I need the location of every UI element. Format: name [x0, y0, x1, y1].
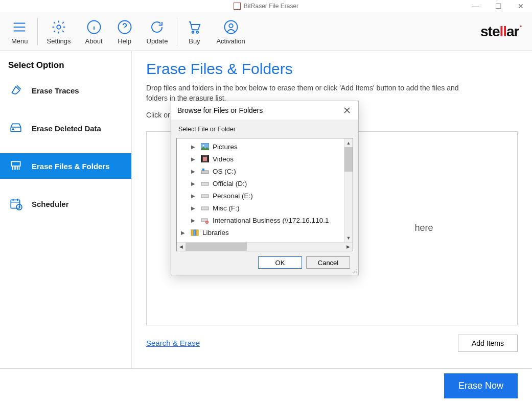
network-drive-disconnected-icon	[200, 216, 210, 224]
calendar-clock-icon	[9, 197, 22, 210]
svg-rect-26	[194, 230, 196, 235]
hdd-icon	[200, 192, 210, 200]
sidebar-item-erase-files-folders[interactable]: Erase Files & Folders	[0, 153, 131, 179]
svg-point-29	[354, 272, 355, 273]
tree-item-videos[interactable]: ▶ Videos	[177, 153, 353, 165]
drive-icon	[9, 122, 22, 135]
erase-now-button[interactable]: Erase Now	[444, 373, 518, 398]
buy-label: Buy	[189, 37, 200, 45]
activation-label: Activation	[216, 37, 245, 45]
gear-icon	[51, 19, 66, 35]
menu-button[interactable]: Menu	[4, 12, 35, 51]
sidebar-item-erase-deleted[interactable]: Erase Deleted Data	[0, 115, 131, 141]
svg-point-6	[229, 24, 233, 28]
menu-label: Menu	[11, 37, 28, 45]
chevron-right-icon[interactable]: ▶	[191, 144, 197, 150]
svg-rect-16	[207, 155, 209, 162]
scroll-thumb[interactable]	[344, 147, 353, 172]
os-drive-icon	[200, 167, 210, 175]
svg-point-30	[356, 271, 357, 272]
svg-rect-9	[11, 161, 20, 166]
vertical-scrollbar[interactable]: ▲ ▼	[344, 138, 353, 242]
folder-tree[interactable]: ▶ Pictures ▶ Videos ▶ OS (C:) ▶	[176, 138, 353, 251]
svg-rect-20	[201, 182, 209, 185]
sidebar-item-scheduler[interactable]: Scheduler	[0, 191, 131, 217]
help-label: Help	[118, 37, 131, 45]
scroll-left-arrow[interactable]: ◀	[177, 244, 186, 249]
main-toolbar: Menu Settings About Help Update Buy Acti…	[0, 12, 532, 51]
chevron-right-icon[interactable]: ▶	[191, 218, 197, 223]
chevron-right-icon[interactable]: ▶	[191, 193, 197, 199]
libraries-icon	[190, 228, 199, 236]
hamburger-icon	[12, 19, 27, 35]
help-icon	[117, 19, 132, 35]
svg-point-5	[224, 21, 237, 34]
window-titlebar: BitRaser File Eraser — ☐ ✕	[0, 0, 532, 12]
footer-bar: Erase Now	[0, 368, 532, 403]
chevron-right-icon[interactable]: ▶	[191, 156, 197, 162]
svg-rect-21	[201, 195, 209, 198]
chevron-right-icon[interactable]: ▶	[181, 230, 187, 235]
tree-item-libraries[interactable]: ▶ Libraries	[177, 226, 353, 239]
chevron-right-icon[interactable]: ▶	[191, 205, 197, 211]
scroll-thumb[interactable]	[186, 243, 247, 251]
tree-item-drive-c[interactable]: ▶ OS (C:)	[177, 165, 353, 177]
sidebar-item-erase-traces[interactable]: Erase Traces	[0, 78, 131, 103]
svg-point-28	[356, 272, 357, 273]
page-title: Erase Files & Folders	[146, 60, 518, 78]
buy-button[interactable]: Buy	[179, 12, 209, 51]
tree-item-drive-d[interactable]: ▶ Official (D:)	[177, 177, 353, 189]
resize-grip-icon[interactable]	[351, 268, 357, 274]
scroll-down-arrow[interactable]: ▼	[344, 233, 353, 242]
update-button[interactable]: Update	[140, 12, 175, 51]
about-label: About	[85, 37, 103, 45]
videos-icon	[200, 155, 210, 163]
search-erase-link[interactable]: Search & Erase	[146, 339, 200, 347]
info-icon	[86, 19, 102, 35]
svg-point-32	[354, 271, 355, 272]
tree-item-pictures[interactable]: ▶ Pictures	[177, 140, 353, 153]
activation-button[interactable]: Activation	[209, 12, 252, 51]
svg-point-4	[197, 31, 199, 33]
sidebar: Select Option Erase Traces Erase Deleted…	[0, 51, 132, 368]
dialog-title: Browse for Files or Folders	[177, 106, 263, 114]
close-icon	[344, 107, 350, 113]
svg-point-3	[192, 31, 194, 33]
about-button[interactable]: About	[78, 12, 110, 51]
broom-icon	[9, 84, 22, 97]
scroll-right-arrow[interactable]: ▶	[344, 244, 353, 249]
svg-rect-27	[196, 230, 198, 235]
pictures-icon	[200, 143, 210, 151]
help-button[interactable]: Help	[110, 12, 140, 51]
drop-hint-suffix: here	[414, 223, 433, 233]
chevron-right-icon[interactable]: ▶	[191, 169, 197, 174]
close-window-button[interactable]: ✕	[510, 0, 532, 12]
dialog-label: Select File or Folder	[178, 126, 351, 133]
add-items-button[interactable]: Add Items	[458, 335, 518, 352]
dialog-close-button[interactable]	[342, 105, 352, 115]
svg-point-8	[13, 129, 14, 130]
toolbar-separator	[37, 18, 38, 45]
svg-point-31	[353, 272, 354, 273]
brand-logo: stellar•	[480, 23, 522, 40]
svg-rect-22	[201, 207, 209, 210]
update-icon	[149, 19, 165, 35]
dialog-ok-button[interactable]: OK	[258, 256, 302, 269]
svg-rect-17	[203, 157, 207, 161]
tree-item-network-drive[interactable]: ▶ International Business (\\172.16.110.1	[177, 214, 353, 226]
tree-item-drive-e[interactable]: ▶ Personal (E:)	[177, 189, 353, 202]
horizontal-scrollbar[interactable]: ◀ ▶	[177, 242, 353, 251]
svg-rect-25	[191, 230, 193, 235]
chevron-right-icon[interactable]: ▶	[191, 181, 197, 186]
maximize-button[interactable]: ☐	[487, 0, 510, 12]
scroll-up-arrow[interactable]: ▲	[344, 138, 353, 147]
dialog-cancel-button[interactable]: Cancel	[306, 256, 350, 269]
minimize-button[interactable]: —	[465, 0, 487, 12]
hdd-icon	[200, 204, 210, 212]
settings-button[interactable]: Settings	[40, 12, 78, 51]
sidebar-item-label: Scheduler	[32, 200, 69, 208]
update-label: Update	[147, 37, 168, 45]
tree-item-drive-f[interactable]: ▶ Misc (F:)	[177, 202, 353, 214]
svg-point-33	[356, 269, 357, 270]
settings-label: Settings	[47, 37, 71, 45]
